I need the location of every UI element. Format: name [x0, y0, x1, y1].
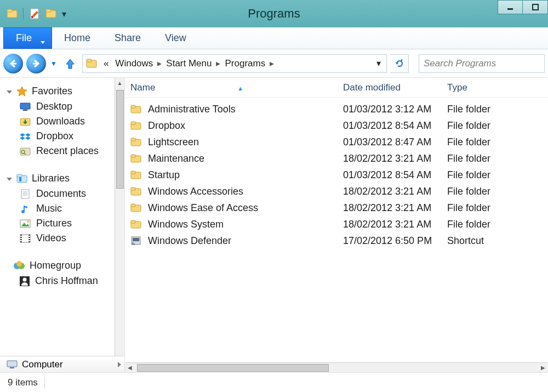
tab-view[interactable]: View: [153, 27, 198, 49]
sysmenu-folder-icon[interactable]: [7, 9, 18, 19]
desktop-icon: [20, 102, 31, 112]
svg-rect-60: [131, 155, 135, 157]
file-row[interactable]: Startup01/03/2012 8:54 AMFile folder: [125, 167, 548, 183]
search-placeholder: Search Programs: [424, 58, 496, 69]
file-row[interactable]: Dropbox01/03/2012 8:54 AMFile folder: [125, 117, 548, 134]
sidebar-item-pictures[interactable]: Pictures: [4, 216, 115, 231]
scroll-up-icon[interactable]: ▲: [117, 78, 123, 88]
address-bar[interactable]: « Windows ▸ Start Menu ▸ Programs ▸ ▾: [82, 54, 387, 73]
homegroup-icon: [13, 260, 25, 271]
qat-properties-icon[interactable]: [29, 8, 40, 20]
folder-icon: [130, 170, 141, 180]
scroll-thumb[interactable]: [116, 90, 124, 189]
sidebar-computer-label: Computer: [22, 359, 63, 370]
sidebar-item-label: Recent places: [36, 145, 99, 157]
tab-share[interactable]: Share: [102, 27, 153, 49]
maximize-button[interactable]: [523, 0, 548, 14]
music-icon: [20, 204, 31, 214]
up-button[interactable]: [61, 58, 79, 70]
scroll-right-icon[interactable]: ▶: [538, 365, 548, 371]
file-name: Windows Defender: [148, 235, 231, 247]
address-folder-icon: [86, 59, 97, 69]
file-row[interactable]: Lightscreen01/03/2012 8:47 AMFile folder: [125, 134, 548, 150]
qat-newfolder-icon[interactable]: [45, 9, 56, 19]
file-type: File folder: [447, 202, 548, 214]
chevron-right-icon[interactable]: ▸: [269, 58, 275, 69]
scroll-thumb[interactable]: [137, 364, 329, 372]
sidebar-item-desktop[interactable]: Desktop: [4, 99, 115, 114]
file-date: 01/03/2012 3:12 AM: [343, 104, 447, 115]
sort-ascending-icon: ▲: [237, 85, 243, 92]
minimize-button[interactable]: [498, 0, 523, 14]
sidebar-item-documents[interactable]: Documents: [4, 186, 115, 201]
sidebar-item-music[interactable]: Music: [4, 201, 115, 216]
sidebar-scrollbar[interactable]: ▲ ▼: [115, 78, 124, 372]
qat-dropdown-icon[interactable]: ▾: [62, 9, 66, 19]
svg-rect-45: [28, 240, 30, 241]
file-row[interactable]: Windows System18/02/2012 3:21 AMFile fol…: [125, 216, 548, 232]
user-icon: [20, 276, 30, 286]
chevron-right-icon[interactable]: ▸: [215, 58, 221, 69]
file-type: File folder: [447, 137, 548, 148]
sidebar-homegroup-user[interactable]: Chris Hoffman: [4, 274, 115, 288]
status-bar: 9 items: [0, 372, 548, 392]
refresh-button[interactable]: [390, 54, 409, 73]
svg-rect-70: [133, 238, 139, 241]
sidebar-favorites-header[interactable]: Favorites: [4, 83, 115, 99]
svg-rect-6: [46, 9, 51, 12]
sidebar-item-recent-places[interactable]: Recent places: [4, 144, 115, 158]
sidebar-homegroup-label: Homegroup: [30, 260, 81, 271]
column-type[interactable]: Type: [447, 82, 548, 93]
forward-button[interactable]: [26, 54, 46, 73]
expand-icon: [118, 362, 121, 367]
chevron-right-icon[interactable]: ▸: [156, 58, 163, 69]
sidebar-item-videos[interactable]: Videos: [4, 231, 115, 246]
svg-marker-21: [20, 137, 25, 140]
search-input[interactable]: Search Programs: [419, 54, 545, 73]
file-date: 01/03/2012 8:54 AM: [343, 169, 447, 181]
sidebar: Favorites DesktopDownloadsDropboxRecent …: [0, 78, 125, 372]
file-tab[interactable]: File: [3, 27, 52, 49]
window-title: Programs: [248, 7, 300, 21]
breadcrumb-0[interactable]: Windows: [112, 55, 156, 72]
back-button[interactable]: [3, 54, 23, 73]
file-type: File folder: [447, 169, 548, 181]
scroll-left-icon[interactable]: ◀: [125, 365, 135, 371]
sidebar-item-dropbox[interactable]: Dropbox: [4, 129, 115, 144]
history-dropdown-icon[interactable]: ▼: [49, 60, 58, 67]
svg-marker-20: [25, 133, 31, 137]
breadcrumb-2[interactable]: Programs: [221, 55, 269, 72]
column-date[interactable]: Date modified: [343, 82, 447, 93]
column-name[interactable]: Name▲: [130, 82, 343, 93]
address-dropdown-icon[interactable]: ▾: [371, 58, 386, 69]
file-row[interactable]: Windows Ease of Access18/02/2012 3:21 AM…: [125, 200, 548, 216]
sidebar-item-label: Downloads: [36, 116, 85, 127]
file-row[interactable]: Administrative Tools01/03/2012 3:12 AMFi…: [125, 101, 548, 117]
file-row[interactable]: Windows Accessories18/02/2012 3:21 AMFil…: [125, 183, 548, 200]
file-row[interactable]: Maintenance18/02/2012 3:21 AMFile folder: [125, 150, 548, 167]
sidebar-computer[interactable]: Computer: [0, 356, 124, 372]
status-divider: [44, 377, 45, 389]
file-date: 18/02/2012 3:21 AM: [343, 219, 447, 230]
svg-rect-7: [507, 8, 513, 10]
file-name: Windows System: [148, 219, 224, 230]
svg-rect-42: [20, 240, 22, 241]
file-name: Dropbox: [148, 120, 185, 132]
file-row[interactable]: Windows Defender17/02/2012 6:50 PMShortc…: [125, 232, 548, 249]
sidebar-libraries-header[interactable]: Libraries: [4, 171, 115, 186]
svg-rect-54: [131, 105, 135, 108]
breadcrumb-1[interactable]: Start Menu: [163, 55, 215, 72]
svg-marker-15: [17, 87, 27, 96]
breadcrumb-overflow[interactable]: «: [100, 55, 112, 72]
file-date: 01/03/2012 8:54 AM: [343, 120, 447, 132]
sidebar-homegroup-header[interactable]: Homegroup: [4, 258, 115, 274]
file-type: Shortcut: [447, 235, 548, 247]
file-date: 01/03/2012 8:47 AM: [343, 137, 447, 148]
tab-home[interactable]: Home: [52, 27, 102, 49]
content-hscrollbar[interactable]: ◀ ▶: [125, 362, 548, 372]
file-name: Maintenance: [148, 153, 204, 164]
svg-point-33: [21, 210, 25, 213]
sidebar-item-downloads[interactable]: Downloads: [4, 114, 115, 129]
svg-rect-40: [20, 236, 22, 237]
file-name: Lightscreen: [148, 137, 199, 148]
